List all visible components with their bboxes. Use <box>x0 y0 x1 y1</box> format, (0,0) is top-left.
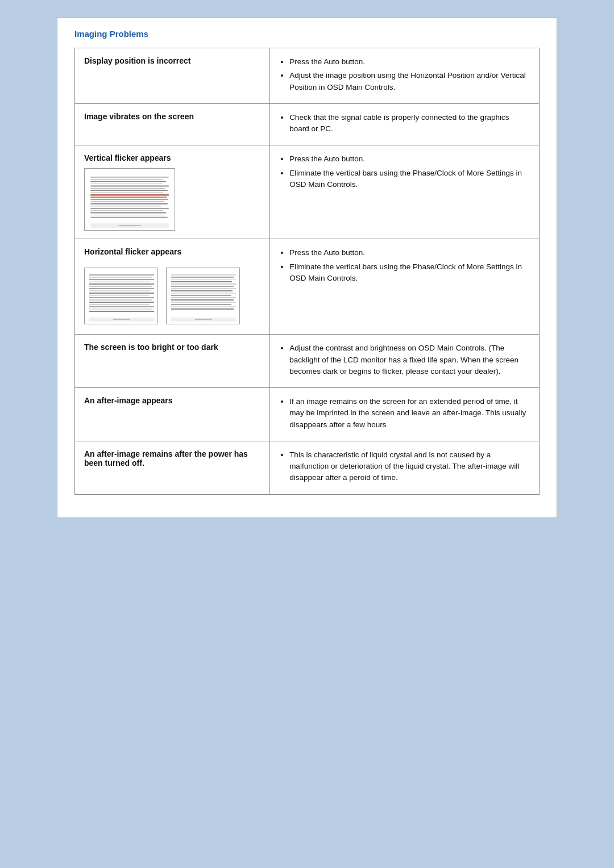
problem-text: Horizontal flicker appears <box>84 247 260 256</box>
solution-item: Press the Auto button. <box>289 247 530 258</box>
section-title: Imaging Problems <box>74 29 540 39</box>
table-row: Display position is incorrect Press the … <box>75 48 540 104</box>
table-row: An after-image appears If an image remai… <box>75 388 540 441</box>
problem-cell-image-vibrates: Image vibrates on the screen <box>75 103 270 145</box>
problem-cell-after-image: An after-image appears <box>75 388 270 441</box>
table-row: Image vibrates on the screen Check that … <box>75 103 540 145</box>
solution-item: Press the Auto button. <box>289 153 530 165</box>
svg-rect-44 <box>167 268 240 324</box>
solution-item: Eliminate the vertical bars using the Ph… <box>289 261 530 285</box>
solution-item: Check that the signal cable is properly … <box>289 112 530 135</box>
problem-cell-display-position: Display position is incorrect <box>75 48 270 104</box>
solution-item: Eliminate the vertical bars using the Ph… <box>289 168 530 191</box>
solution-cell-image-vibrates: Check that the signal cable is properly … <box>270 103 540 145</box>
problem-cell-horizontal-flicker: Horizontal flicker appears <box>75 239 270 335</box>
problem-text: Image vibrates on the screen <box>84 112 194 121</box>
solution-item: Adjust the contrast and brightness on OS… <box>289 343 530 377</box>
vertical-flicker-image <box>84 168 260 231</box>
table-row: The screen is too bright or too dark Adj… <box>75 335 540 388</box>
problem-cell-after-image-remains: An after-image remains after the power h… <box>75 441 270 494</box>
table-row: An after-image remains after the power h… <box>75 441 540 494</box>
problem-text: An after-image remains after the power h… <box>84 449 248 468</box>
solution-cell-horizontal-flicker: Press the Auto button. Eliminate the ver… <box>270 239 540 335</box>
table-row: Horizontal flicker appears <box>75 239 540 335</box>
problem-cell-vertical-flicker: Vertical flicker appears <box>75 145 270 239</box>
problem-text: The screen is too bright or too dark <box>84 343 218 352</box>
solution-item: Press the Auto button. <box>289 56 530 68</box>
problem-text: An after-image appears <box>84 396 173 405</box>
solution-cell-after-image: If an image remains on the screen for an… <box>270 388 540 441</box>
problem-cell-too-bright: The screen is too bright or too dark <box>75 335 270 388</box>
main-container: Imaging Problems Display position is inc… <box>57 17 557 518</box>
solution-cell-after-image-remains: This is characteristic of liquid crystal… <box>270 441 540 494</box>
problem-text: Vertical flicker appears <box>84 153 260 162</box>
solution-item: If an image remains on the screen for an… <box>289 396 530 431</box>
solution-item: This is characteristic of liquid crystal… <box>289 449 530 484</box>
table-row: Vertical flicker appears <box>75 145 540 239</box>
solution-item: Adjust the image position using the Hori… <box>289 70 530 93</box>
horizontal-flicker-images <box>84 262 260 326</box>
svg-rect-24 <box>85 268 158 324</box>
problem-text: Display position is incorrect <box>84 56 191 65</box>
problems-table: Display position is incorrect Press the … <box>74 48 540 495</box>
solution-cell-display-position: Press the Auto button. Adjust the image … <box>270 48 540 104</box>
solution-cell-too-bright: Adjust the contrast and brightness on OS… <box>270 335 540 388</box>
solution-cell-vertical-flicker: Press the Auto button. Eliminate the ver… <box>270 145 540 239</box>
